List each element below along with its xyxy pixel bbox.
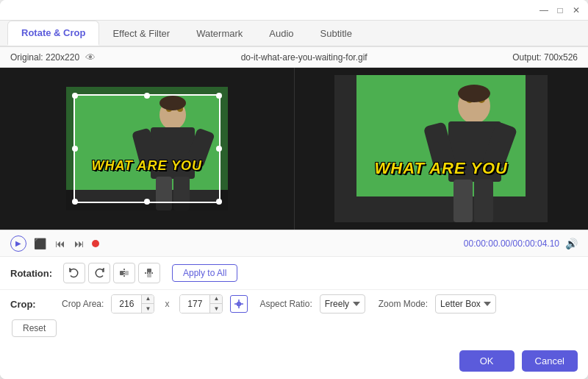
output-resolution: Output: 700x526	[512, 52, 578, 63]
gif-frame-right: WHAT ARE YOU	[334, 75, 548, 222]
gif-frame-left: WHAT ARE YOU	[66, 87, 228, 210]
output-info: Output: 700x526	[512, 52, 578, 63]
crop-area-label: Crop Area:	[62, 299, 104, 309]
preview-area: WHAT ARE YOU	[0, 68, 588, 230]
reset-row: Reset	[0, 318, 588, 343]
crop-height-input-group: ▲ ▼	[179, 294, 223, 314]
reset-button[interactable]: Reset	[12, 319, 57, 337]
svg-point-10	[159, 96, 186, 110]
title-bar: — □ ✕	[0, 0, 588, 21]
width-increment-button[interactable]: ▲	[142, 294, 154, 304]
height-spin-buttons: ▲ ▼	[209, 294, 222, 314]
original-resolution: Original: 220x220	[10, 52, 79, 63]
minimize-button[interactable]: —	[538, 4, 550, 16]
bottom-buttons: OK Cancel	[0, 343, 588, 379]
zoom-mode-select[interactable]: Letter Box	[435, 294, 496, 314]
svg-point-21	[458, 85, 490, 102]
stop-button[interactable]: ⬛	[32, 236, 48, 251]
flip-vertical-button[interactable]	[138, 263, 160, 283]
tab-watermark[interactable]: Watermark	[183, 21, 256, 46]
main-window: — □ ✕ Rotate & Crop Effect & Filter Wate…	[0, 0, 588, 379]
canvas-right: WHAT ARE YOU	[334, 75, 548, 222]
crop-row: Crop: Crop Area: ▲ ▼ x ▲ ▼	[0, 290, 588, 318]
record-indicator	[92, 240, 99, 247]
crop-height-input[interactable]	[180, 295, 209, 313]
height-increment-button[interactable]: ▲	[210, 294, 222, 304]
next-frame-button[interactable]: ⏭	[73, 236, 86, 251]
zoom-mode-label: Zoom Mode:	[379, 299, 428, 309]
tab-rotate-crop[interactable]: Rotate & Crop	[7, 21, 99, 46]
rotation-label: Rotation:	[10, 268, 54, 279]
preview-left: WHAT ARE YOU	[0, 68, 295, 230]
svg-rect-23	[125, 271, 129, 275]
original-info: Original: 220x220 👁	[10, 52, 96, 63]
tab-subtitle[interactable]: Subtitle	[307, 21, 365, 46]
controls-area: ▶ ⬛ ⏮ ⏭ 00:00:00.00/00:00:04.10 🔊 Rotati…	[0, 230, 588, 379]
svg-rect-22	[120, 271, 123, 275]
aspect-ratio-select[interactable]: Freely	[320, 294, 365, 314]
preview-right: WHAT ARE YOU	[295, 68, 589, 230]
close-button[interactable]: ✕	[570, 4, 582, 16]
rotation-row: Rotation:	[0, 257, 588, 290]
svg-rect-26	[147, 274, 151, 277]
svg-rect-25	[147, 269, 151, 272]
aspect-ratio-label: Aspect Ratio:	[259, 299, 312, 309]
tabs-bar: Rotate & Crop Effect & Filter Watermark …	[0, 21, 588, 47]
canvas-left: WHAT ARE YOU	[66, 87, 228, 210]
svg-rect-7	[173, 177, 190, 210]
svg-rect-18	[474, 180, 493, 222]
tab-audio[interactable]: Audio	[256, 21, 306, 46]
current-time: 00:00:00.00	[464, 238, 510, 249]
volume-icon[interactable]: 🔊	[565, 238, 578, 249]
meme-text-right: WHAT ARE YOU	[375, 159, 508, 178]
width-decrement-button[interactable]: ▼	[142, 304, 154, 314]
dimension-separator: x	[165, 299, 169, 309]
cancel-button[interactable]: Cancel	[522, 350, 578, 372]
filename-text: do-it-what-are-you-waiting-for.gif	[241, 52, 368, 63]
rotation-buttons	[63, 263, 160, 283]
height-decrement-button[interactable]: ▼	[210, 304, 222, 314]
crop-label: Crop:	[10, 299, 54, 310]
prev-frame-button[interactable]: ⏮	[54, 236, 67, 251]
crop-width-input-group: ▲ ▼	[111, 294, 154, 314]
eye-icon[interactable]: 👁	[85, 52, 96, 63]
rotate-right-button[interactable]	[88, 263, 110, 283]
center-crop-icon[interactable]	[230, 295, 248, 313]
apply-all-button[interactable]: Apply to All	[172, 264, 237, 282]
rotate-left-button[interactable]	[63, 263, 85, 283]
tab-effect-filter[interactable]: Effect & Filter	[99, 21, 183, 46]
svg-rect-17	[453, 180, 473, 222]
crop-width-input[interactable]	[112, 295, 141, 313]
time-display: 00:00:00.00/00:00:04.10	[464, 238, 559, 249]
playback-bar: ▶ ⬛ ⏮ ⏭ 00:00:00.00/00:00:04.10 🔊	[0, 230, 588, 257]
flip-horizontal-button[interactable]	[113, 263, 135, 283]
svg-rect-6	[156, 177, 172, 210]
ok-button[interactable]: OK	[459, 350, 514, 372]
window-controls: — □ ✕	[538, 4, 582, 16]
maximize-button[interactable]: □	[554, 4, 566, 16]
total-time: 00:00:04.10	[513, 238, 559, 249]
width-spin-buttons: ▲ ▼	[141, 294, 154, 314]
meme-text-left: WHAT ARE YOU	[91, 158, 202, 174]
play-button[interactable]: ▶	[10, 235, 26, 252]
info-bar: Original: 220x220 👁 do-it-what-are-you-w…	[0, 47, 588, 68]
filename-display: do-it-what-are-you-waiting-for.gif	[241, 52, 368, 63]
